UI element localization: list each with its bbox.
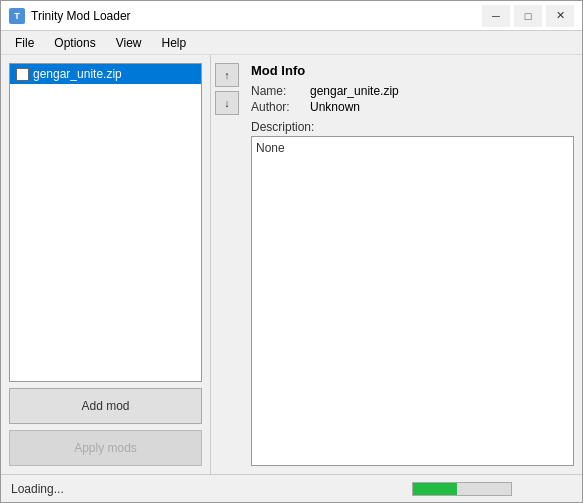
mod-name: gengar_unite.zip bbox=[33, 67, 122, 81]
move-up-button[interactable]: ↑ bbox=[215, 63, 239, 87]
minimize-button[interactable]: ─ bbox=[482, 5, 510, 27]
menu-file[interactable]: File bbox=[5, 34, 44, 52]
description-label: Description: bbox=[251, 120, 574, 134]
name-label: Name: bbox=[251, 84, 306, 98]
left-panel: gengar_unite.zip Add mod Apply mods bbox=[1, 55, 211, 474]
description-value: None bbox=[256, 141, 285, 155]
progress-bar-container bbox=[412, 482, 512, 496]
mod-checkbox[interactable] bbox=[16, 68, 29, 81]
right-panel: Mod Info Name: gengar_unite.zip Author: … bbox=[243, 55, 582, 474]
menu-view[interactable]: View bbox=[106, 34, 152, 52]
close-button[interactable]: ✕ bbox=[546, 5, 574, 27]
menu-options[interactable]: Options bbox=[44, 34, 105, 52]
move-down-button[interactable]: ↓ bbox=[215, 91, 239, 115]
title-bar-left: T Trinity Mod Loader bbox=[9, 8, 131, 24]
author-label: Author: bbox=[251, 100, 306, 114]
menu-help[interactable]: Help bbox=[152, 34, 197, 52]
name-value: gengar_unite.zip bbox=[310, 84, 399, 98]
list-item[interactable]: gengar_unite.zip bbox=[10, 64, 201, 84]
author-value: Unknown bbox=[310, 100, 360, 114]
mod-info-name-row: Name: gengar_unite.zip bbox=[251, 84, 574, 98]
status-bar: Loading... bbox=[1, 474, 582, 502]
mod-list[interactable]: gengar_unite.zip bbox=[9, 63, 202, 382]
mod-info-title: Mod Info bbox=[251, 63, 574, 78]
app-icon: T bbox=[9, 8, 25, 24]
menubar: File Options View Help bbox=[1, 31, 582, 55]
center-panel: ↑ ↓ bbox=[211, 55, 243, 474]
content-area: gengar_unite.zip Add mod Apply mods ↑ ↓ … bbox=[1, 55, 582, 474]
main-window: T Trinity Mod Loader ─ □ ✕ File Options … bbox=[0, 0, 583, 503]
apply-mods-button: Apply mods bbox=[9, 430, 202, 466]
maximize-button[interactable]: □ bbox=[514, 5, 542, 27]
progress-bar-fill bbox=[413, 483, 457, 495]
window-controls: ─ □ ✕ bbox=[482, 5, 574, 27]
title-bar: T Trinity Mod Loader ─ □ ✕ bbox=[1, 1, 582, 31]
mod-info-author-row: Author: Unknown bbox=[251, 100, 574, 114]
add-mod-button[interactable]: Add mod bbox=[9, 388, 202, 424]
status-text: Loading... bbox=[11, 482, 64, 496]
window-title: Trinity Mod Loader bbox=[31, 9, 131, 23]
description-box: None bbox=[251, 136, 574, 466]
